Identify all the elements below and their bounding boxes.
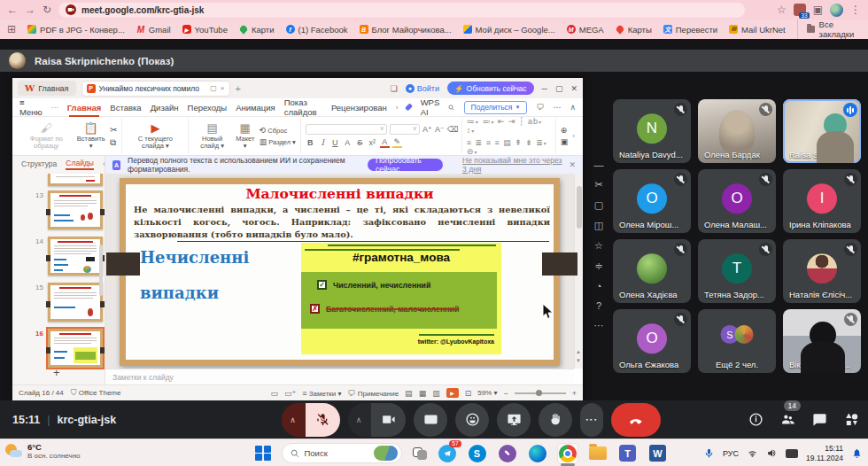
bookmark-item[interactable]: ✉Mail UkrNet: [729, 25, 786, 35]
zoom-in-icon[interactable]: +: [572, 389, 577, 398]
search-icon[interactable]: [448, 103, 454, 113]
bold-button[interactable]: B: [306, 138, 315, 147]
align-tools[interactable]: ≡ ≣ ≡ ≡ ▤ ⇞ ⇟ ≣▾ ⊜▾: [467, 138, 551, 156]
font-family-select[interactable]: [306, 124, 387, 135]
history-clock-icon[interactable]: ◔: [596, 281, 602, 291]
wps-ai-button[interactable]: WPS AI: [421, 97, 440, 117]
taskbar-app-telegram[interactable]: 57: [438, 444, 457, 463]
cut-icon[interactable]: ✂: [110, 125, 117, 135]
bookmark-item[interactable]: f(1) Facebook: [286, 25, 348, 35]
zoom-slider[interactable]: [515, 392, 566, 394]
side-panel-icon[interactable]: ▣: [813, 4, 823, 15]
taskbar-app-viber[interactable]: [498, 444, 517, 463]
people-button[interactable]: 14: [780, 412, 795, 427]
star-icon[interactable]: ☆: [594, 240, 603, 252]
bookmark-item[interactable]: MMEGA: [567, 25, 604, 35]
wifi-icon[interactable]: [747, 447, 758, 459]
slide-thumbnail-14[interactable]: 14: [35, 237, 103, 276]
back-icon[interactable]: ←: [7, 4, 18, 15]
section-button[interactable]: ▥Раздел ▾: [260, 137, 296, 146]
slide-thumbnail-13[interactable]: 13: [35, 190, 103, 229]
ribbon-tab-slideshow[interactable]: Показ слайдов: [284, 97, 322, 117]
slide-thumbnail-16[interactable]: 16: [35, 329, 103, 368]
normal-view-icon[interactable]: ▤: [405, 389, 413, 398]
participant-tile[interactable]: Вікторія Майо...: [783, 309, 861, 373]
dismiss-link[interactable]: Не показывай мне это через 3 дня: [462, 156, 562, 174]
taskbar-app-skype[interactable]: S: [468, 444, 487, 463]
sliders-icon[interactable]: ≑: [594, 260, 602, 272]
participant-tile[interactable]: Наталія Єлісіч...: [783, 239, 861, 303]
ribbon-tab-animation[interactable]: Анимация: [236, 103, 275, 113]
new-slide-button[interactable]: ▤Новый слайд ▾: [193, 122, 230, 151]
comment-icon[interactable]: 🗩: [536, 103, 544, 112]
more-options-button[interactable]: ⋮: [580, 403, 603, 437]
bookmark-item[interactable]: Карти: [239, 25, 275, 35]
chat-button[interactable]: [812, 412, 827, 427]
tab-pin-icon[interactable]: ▢: [210, 84, 217, 92]
forward-icon[interactable]: →: [25, 4, 35, 15]
bookmark-item[interactable]: Карты: [616, 25, 652, 35]
play-from-current-slide-button[interactable]: ▶С текущего слайда ▾: [127, 122, 183, 151]
reactions-emoji-button[interactable]: [455, 403, 489, 437]
taskbar-app-teams[interactable]: T: [618, 444, 638, 463]
strikethrough-button[interactable]: S: [355, 138, 365, 147]
slide-16[interactable]: Малочисленні випадки Не малочисленні вип…: [120, 178, 560, 366]
windows-start-button[interactable]: [255, 446, 271, 462]
notes-area[interactable]: Заметки к слайду: [105, 369, 574, 384]
taskbar-app-word[interactable]: W: [648, 444, 668, 463]
banner-close-icon[interactable]: ✕: [569, 160, 576, 169]
minimize-icon[interactable]: ─: [542, 84, 547, 93]
scissors-icon[interactable]: ✂: [594, 179, 602, 190]
share-button[interactable]: Поделиться▼: [464, 101, 528, 114]
ribbon-tab-transitions[interactable]: Переходы: [188, 103, 228, 113]
captions-button[interactable]: [414, 403, 447, 437]
device-tray-icon[interactable]: [786, 449, 798, 458]
wps-home-tab[interactable]: WГлавная: [18, 81, 76, 96]
more-dots-icon[interactable]: ⋯: [51, 104, 58, 112]
slide-thumbnail-partial[interactable]: [35, 174, 103, 186]
participant-tile[interactable]: Олена Хадієва: [613, 239, 691, 303]
bookmark-star-icon[interactable]: ☆: [777, 4, 787, 15]
new-tab-icon[interactable]: +: [236, 83, 241, 94]
camera-options-chevron[interactable]: ∧: [348, 403, 370, 437]
upgrade-button[interactable]: ⚡Обновить сейчас: [447, 82, 534, 95]
menu-dots-icon[interactable]: ⋮: [850, 4, 861, 15]
all-bookmarks-button[interactable]: Все закладки: [797, 19, 861, 39]
tabs-overflow-icon[interactable]: ›: [396, 104, 399, 112]
collapse-ribbon-icon[interactable]: ∧: [570, 103, 576, 112]
reset-button[interactable]: ⟲Сброс: [260, 126, 296, 135]
info-button[interactable]: [748, 412, 763, 427]
ribbon-expand-icon[interactable]: ›: [572, 132, 575, 140]
taskbar-app-explorer[interactable]: [588, 444, 608, 463]
participant-tile[interactable]: N Nataliya Davyd...: [613, 99, 691, 163]
font-color-button[interactable]: A: [380, 137, 390, 148]
participant-tile[interactable]: O Ольга Єжакова: [613, 309, 691, 373]
more-dots-icon[interactable]: ⋯: [553, 103, 561, 112]
reading-view-icon[interactable]: ▥: [432, 389, 440, 398]
mic-options-chevron[interactable]: ∧: [282, 403, 304, 437]
collapse-panel-icon[interactable]: ‹: [103, 159, 105, 168]
add-slide-button[interactable]: +: [53, 366, 60, 379]
menu-button[interactable]: ≡ Меню: [19, 97, 43, 117]
language-indicator[interactable]: РУС: [723, 449, 739, 458]
mic-mute-button[interactable]: [306, 403, 340, 437]
prev-slide-icon[interactable]: ▲: [576, 349, 581, 354]
reload-icon[interactable]: ↻: [43, 4, 51, 15]
text-box-icon[interactable]: ▣: [561, 137, 569, 146]
participant-tile[interactable]: I Ірина Кліпакова: [783, 169, 861, 233]
participant-tile[interactable]: Олена Бардак: [698, 99, 776, 163]
bookmark-item[interactable]: ▶YouTube: [182, 25, 228, 35]
theme-label[interactable]: ⛉ Office Theme: [71, 388, 121, 398]
more-dots-icon[interactable]: ⋯: [594, 320, 604, 331]
new-note-icon[interactable]: ▭⁺: [284, 389, 296, 398]
prev-page-icon[interactable]: ▭: [270, 389, 278, 398]
mic-tray-icon[interactable]: [703, 447, 715, 459]
participant-tile-speaking[interactable]: Raisa Skripnic...: [783, 99, 861, 163]
address-bar[interactable]: meet.google.com/krc-gtia-jsk: [58, 3, 745, 18]
notes-toggle[interactable]: ≡ Заметки ▾: [302, 389, 341, 398]
participant-tile[interactable]: O Олена Мірош...: [613, 169, 691, 233]
help-icon[interactable]: ?: [596, 300, 601, 311]
paste-button[interactable]: 📋Вставить ▾: [76, 122, 105, 151]
zoom-out-icon[interactable]: −: [503, 389, 508, 398]
ribbon-tab-review[interactable]: Рецензирован: [331, 103, 387, 113]
